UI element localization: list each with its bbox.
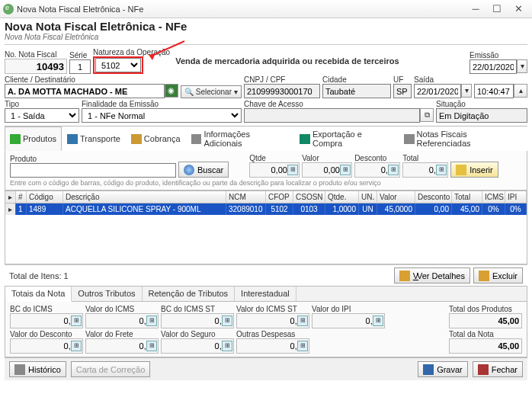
natureza-select[interactable]: 5102: [95, 58, 141, 72]
cliente-input[interactable]: [5, 84, 165, 98]
produto-hint: Entre com o código de barras, código do …: [10, 179, 522, 187]
total-produtos: [449, 313, 522, 328]
cidade-label: Cidade: [322, 75, 391, 84]
excluir-button[interactable]: Excluir: [473, 267, 523, 283]
cnpj-label: CNPJ / CPF: [244, 75, 320, 84]
copy-icon[interactable]: ⧉: [420, 108, 434, 122]
calc-icon[interactable]: ⊞: [222, 341, 232, 351]
page-subtitle: Nova Nota Fiscal Eletrônica: [5, 33, 527, 41]
box-icon: [10, 134, 21, 144]
save-icon: [423, 364, 434, 375]
close-icon: [478, 364, 489, 375]
chave-label: Chave de Acesso: [244, 100, 434, 108]
globe-icon[interactable]: ◉: [165, 84, 178, 98]
finalidade-select[interactable]: 1 - NFe Normal: [82, 108, 242, 123]
tab-info[interactable]: Informações Adicionais: [186, 127, 295, 151]
page-title: Nova Nota Fiscal Eletrônica - NFe: [5, 20, 527, 33]
maximize-button[interactable]: ☐: [486, 2, 508, 16]
chave-input: [244, 108, 420, 123]
fechar-button[interactable]: Fechar: [473, 361, 523, 377]
truck-icon: [67, 134, 78, 144]
search-icon: 🔍: [184, 88, 194, 96]
titlebar: Nova Nota Fiscal Eletrônica - NFe ─ ☐ ✕: [0, 0, 532, 18]
calc-icon[interactable]: ⊞: [297, 341, 308, 351]
valor-label: Valor: [302, 154, 352, 162]
inserir-button[interactable]: Inserir: [450, 162, 498, 178]
table-row[interactable]: ▸ 1 1489 ACQUELLA SILICONE SPRAY - 900ML…: [5, 203, 527, 215]
ver-detalhes-button[interactable]: VVer Detalhes: [394, 267, 470, 283]
carta-correcao-button: Carta de Correção: [71, 361, 151, 377]
calc-icon[interactable]: ⊞: [146, 341, 157, 351]
total-itens-value: 1: [64, 271, 69, 280]
tab-outros-tributos[interactable]: Outros Tributos: [72, 287, 142, 301]
grid-body[interactable]: ▸ 1 1489 ACQUELLA SILICONE SPRAY - 900ML…: [5, 203, 527, 264]
natureza-label: Natureza da Operação: [93, 48, 170, 56]
detail-icon: [399, 271, 410, 281]
calc-icon[interactable]: ⊞: [71, 316, 82, 326]
cliente-label: Cliente / Destinatário: [5, 75, 178, 84]
window-title: Nova Nota Fiscal Eletrônica - NFe: [17, 5, 143, 14]
serie-label: Série: [69, 51, 91, 59]
calc-icon[interactable]: ⊞: [388, 165, 399, 175]
gravar-button[interactable]: Gravar: [418, 361, 468, 377]
saida-data-input[interactable]: [414, 84, 461, 98]
produto-label: Produto: [10, 155, 176, 163]
cidade-input: [322, 84, 391, 98]
doc-icon: [191, 134, 202, 144]
qtde-label: Qtde: [249, 154, 300, 162]
delete-icon: [479, 271, 489, 281]
insert-icon: [456, 165, 466, 175]
tab-transporte[interactable]: Transporte: [62, 127, 126, 151]
serie-input[interactable]: [69, 59, 91, 74]
tipo-select[interactable]: 1 - Saída: [5, 108, 79, 123]
saida-hora-input[interactable]: [474, 84, 514, 98]
calc-icon[interactable]: ⊞: [222, 316, 232, 326]
calc-icon[interactable]: ⊞: [287, 165, 298, 175]
natureza-desc: Venda de mercadoria adquirida ou recebid…: [172, 56, 467, 66]
emissao-label: Emissão: [470, 51, 527, 59]
selecionar-button[interactable]: 🔍Selecionar▾: [181, 85, 242, 98]
uf-input: [393, 84, 412, 98]
produto-input[interactable]: [10, 163, 176, 178]
calc-icon[interactable]: ⊞: [373, 316, 383, 326]
no-nota-input[interactable]: [5, 59, 67, 74]
docs-icon: [404, 134, 415, 144]
tab-interestadual[interactable]: Interestadual: [235, 287, 296, 301]
footer-bar: Histórico Carta de Correção Gravar Fecha…: [5, 357, 527, 380]
tab-produtos[interactable]: Produtos: [5, 127, 62, 151]
emissao-input[interactable]: [470, 59, 517, 74]
main-tabs: Produtos Transporte Cobrança Informações…: [5, 126, 527, 151]
export-icon: [300, 134, 310, 144]
minimize-button[interactable]: ─: [465, 2, 486, 16]
totais-tabs: Totais da Nota Outros Tributos Retenção …: [5, 286, 527, 302]
tipo-label: Tipo: [5, 100, 79, 108]
no-nota-label: No. Nota Fiscal: [5, 50, 67, 59]
saida-label: Saída: [414, 75, 472, 84]
calc-icon[interactable]: ⊞: [297, 316, 308, 326]
spinner-icon[interactable]: ▴: [514, 84, 527, 98]
calendar-icon[interactable]: ▾: [461, 84, 472, 98]
calc-icon[interactable]: ⊞: [340, 165, 351, 175]
history-icon: [14, 364, 25, 375]
calc-icon[interactable]: ⊞: [71, 341, 82, 351]
uf-label: UF: [393, 75, 412, 84]
totais-panel: BC do ICMS⊞ Valor do ICMS⊞ BC do ICMS ST…: [5, 302, 527, 357]
calendar-icon[interactable]: ▾: [517, 59, 527, 73]
tab-export[interactable]: Exportação e Compra: [294, 127, 399, 151]
tab-cobranca[interactable]: Cobrança: [126, 127, 186, 151]
cnpj-input: [244, 84, 320, 98]
buscar-button[interactable]: Buscar: [178, 162, 229, 178]
produtos-panel: Produto Buscar Qtde⊞ Valor⊞ Desconto⊞ To…: [5, 151, 527, 191]
tab-ref[interactable]: Notas Fiscais Referenciadas: [399, 127, 527, 151]
situacao-label: Situação: [436, 100, 527, 108]
close-button[interactable]: ✕: [508, 2, 529, 16]
app-icon: [3, 4, 14, 14]
calc-icon[interactable]: ⊞: [436, 165, 447, 175]
total-itens-label: Total de Itens:: [9, 271, 62, 280]
tab-totais-nota[interactable]: Totais da Nota: [5, 287, 72, 302]
tab-retencao[interactable]: Retenção de Tributos: [143, 287, 236, 301]
situacao-input: [436, 108, 527, 123]
calc-icon[interactable]: ⊞: [146, 316, 157, 326]
total-label: Total: [402, 154, 448, 162]
historico-button[interactable]: Histórico: [9, 361, 66, 377]
